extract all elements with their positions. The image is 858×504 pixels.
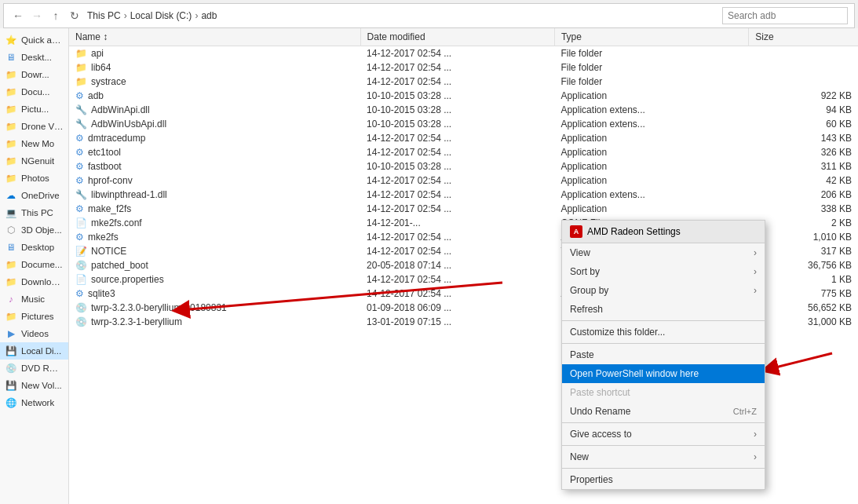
file-type-cell: Application extens... <box>554 188 748 202</box>
ctx-item-label: Undo Rename <box>570 406 733 417</box>
up-button[interactable]: ↑ <box>48 8 64 24</box>
file-date-cell: 14-12-2017 02:54 ... <box>360 244 554 258</box>
table-row[interactable]: 🔧 AdbWinUsbApi.dll10-10-2015 03:28 ...Ap… <box>69 117 858 131</box>
back-button[interactable]: ← <box>10 8 26 24</box>
sidebar-item-newvol[interactable]: 💾 New Vol... <box>0 377 68 394</box>
sidebar-onedrive-label: OneDrive <box>21 191 60 200</box>
sidebar-item-videos[interactable]: ▶ Videos <box>0 325 68 342</box>
refresh-button[interactable]: ↻ <box>67 8 82 24</box>
sidebar-item-documents[interactable]: 📁 Docu... <box>0 83 68 100</box>
context-menu-header: A AMD Radeon Settings <box>562 221 765 243</box>
table-row[interactable]: ⚙ etc1tool14-12-2017 02:54 ...Applicatio… <box>69 145 858 159</box>
file-type-cell: File folder <box>554 46 748 61</box>
file-date-cell: 13-01-2019 07:15 ... <box>360 315 554 329</box>
sidebar-item-music[interactable]: ♪ Music <box>0 290 68 308</box>
file-type-cell: Application extens... <box>554 117 748 131</box>
file-date-cell: 14-12-2017 02:54 ... <box>360 230 554 244</box>
col-header-name[interactable]: Name ↕ <box>69 28 360 46</box>
ctx-item-open-powershell-window-here[interactable]: Open PowerShell window here <box>562 364 765 383</box>
ctx-item-paste[interactable]: Paste <box>562 345 765 364</box>
table-row[interactable]: 📁 systrace14-12-2017 02:54 ...File folde… <box>69 75 858 89</box>
col-header-date[interactable]: Date modified <box>360 28 554 46</box>
table-row[interactable]: 🔧 AdbWinApi.dll10-10-2015 03:28 ...Appli… <box>69 103 858 117</box>
ngenuit-icon: 📁 <box>5 155 17 167</box>
table-row[interactable]: 📁 lib6414-12-2017 02:54 ...File folder <box>69 60 858 75</box>
ctx-item-customize-this-folder...[interactable]: Customize this folder... <box>562 323 765 341</box>
table-row[interactable]: 📁 api14-12-2017 02:54 ...File folder <box>69 46 858 61</box>
sidebar-item-drone[interactable]: 📁 Drone Vi... <box>0 118 68 135</box>
col-header-type[interactable]: Type <box>554 28 748 46</box>
file-name-cell: 🔧 libwinpthread-1.dll <box>75 189 167 200</box>
file-size-cell: 206 KB <box>749 188 858 202</box>
table-row[interactable]: ⚙ hprof-conv14-12-2017 02:54 ...Applicat… <box>69 173 858 188</box>
ctx-item-arrow-icon: › <box>754 285 757 296</box>
sidebar-item-downloads[interactable]: 📁 Dowr... <box>0 66 68 83</box>
sidebar-newmo-label: New Mo <box>21 139 54 148</box>
search-input[interactable] <box>722 7 848 24</box>
file-date-cell: 14-12-2017 02:54 ... <box>360 188 554 202</box>
col-header-size[interactable]: Size <box>749 28 858 46</box>
sidebar-item-photos[interactable]: 📁 Photos <box>0 170 68 187</box>
3dobjects-icon: ⬡ <box>5 224 17 236</box>
sidebar-documents-label: Docu... <box>21 87 49 97</box>
table-row[interactable]: ⚙ dmtracedump14-12-2017 02:54 ...Applica… <box>69 131 858 145</box>
ctx-divider <box>562 422 765 423</box>
newvol-icon: 💾 <box>5 379 17 392</box>
ctx-item-new[interactable]: New› <box>562 447 765 466</box>
file-date-cell: 14-12-2017 02:54 ... <box>360 202 554 216</box>
ctx-item-view[interactable]: View› <box>562 243 765 262</box>
sidebar-item-onedrive[interactable]: ☁ OneDrive <box>0 187 68 204</box>
file-name-cell: 📄 source.properties <box>75 274 164 285</box>
sidebar-newvol-label: New Vol... <box>21 381 62 390</box>
table-row[interactable]: ⚙ make_f2fs14-12-2017 02:54 ...Applicati… <box>69 202 858 216</box>
file-size-cell: 42 KB <box>749 173 858 188</box>
forward-button[interactable]: → <box>29 8 45 24</box>
ctx-item-undo-rename[interactable]: Undo RenameCtrl+Z <box>562 402 765 421</box>
table-row[interactable]: 🔧 libwinpthread-1.dll14-12-2017 02:54 ..… <box>69 188 858 202</box>
sidebar-item-documents2[interactable]: 📁 Docume... <box>0 256 68 273</box>
ctx-item-group-by[interactable]: Group by› <box>562 281 765 300</box>
sidebar-item-localdisk[interactable]: 💾 Local Di... <box>0 342 68 360</box>
photos-icon: 📁 <box>5 172 17 184</box>
sidebar-dvd-label: DVD RW... <box>21 363 64 373</box>
sidebar-item-ngenuit[interactable]: 📁 NGenuit <box>0 152 68 170</box>
file-date-cell: 10-10-2015 03:28 ... <box>360 117 554 131</box>
ctx-divider <box>562 320 765 321</box>
sidebar-item-desktop2[interactable]: 🖥 Desktop <box>0 239 68 256</box>
ctx-item-properties[interactable]: Properties <box>562 470 765 489</box>
sidebar-downloads2-label: Downloa... <box>21 277 64 287</box>
sidebar-item-newmo[interactable]: 📁 New Mo <box>0 135 68 152</box>
ctx-item-label: Paste shortcut <box>570 387 757 398</box>
file-type-cell: File folder <box>554 60 748 75</box>
sidebar-desktop2-label: Desktop <box>21 243 54 252</box>
file-date-cell: 14-12-2017 02:54 ... <box>360 131 554 145</box>
sidebar-item-downloads2[interactable]: 📁 Downloa... <box>0 273 68 290</box>
table-row[interactable]: ⚙ fastboot10-10-2015 03:28 ...Applicatio… <box>69 159 858 173</box>
sidebar-item-3dobjects[interactable]: ⬡ 3D Obje... <box>0 221 68 239</box>
quick-access-icon: ⭐ <box>5 34 17 46</box>
sidebar-item-desktop[interactable]: 🖥 Deskt... <box>0 49 68 66</box>
file-date-cell: 14-12-2017 02:54 ... <box>360 145 554 159</box>
ctx-item-give-access-to[interactable]: Give access to› <box>562 425 765 444</box>
file-name-cell: ⚙ mke2fs <box>75 232 119 243</box>
sidebar-item-dvd[interactable]: 💿 DVD RW... <box>0 360 68 377</box>
sidebar-pictures-label: Pictu... <box>21 104 49 114</box>
table-row[interactable]: ⚙ adb10-10-2015 03:28 ...Application922 … <box>69 89 858 103</box>
path-sep-1: › <box>124 10 127 21</box>
ctx-item-refresh[interactable]: Refresh <box>562 300 765 319</box>
localdisk-icon: 💾 <box>5 345 17 357</box>
sidebar-quick-access[interactable]: ⭐ Quick acce... <box>0 31 68 49</box>
sidebar-item-thispc[interactable]: 💻 This PC <box>0 204 68 221</box>
file-date-cell: 14-12-2017 02:54 ... <box>360 173 554 188</box>
file-date-cell: 10-10-2015 03:28 ... <box>360 103 554 117</box>
sidebar-item-pictures2[interactable]: 📁 Pictures <box>0 308 68 325</box>
ctx-item-sort-by[interactable]: Sort by› <box>562 262 765 281</box>
ctx-item-arrow-icon: › <box>754 266 757 277</box>
file-name-cell: ⚙ fastboot <box>75 161 122 172</box>
ctx-divider <box>562 468 765 469</box>
file-date-cell: 14-12-2017 02:54 ... <box>360 46 554 61</box>
sidebar-item-pictures[interactable]: 📁 Pictu... <box>0 100 68 118</box>
ctx-item-arrow-icon: › <box>754 429 757 440</box>
file-name-cell: 💿 twrp-3.2.3-1-beryllium <box>75 316 182 327</box>
sidebar-item-network[interactable]: 🌐 Network <box>0 394 68 411</box>
